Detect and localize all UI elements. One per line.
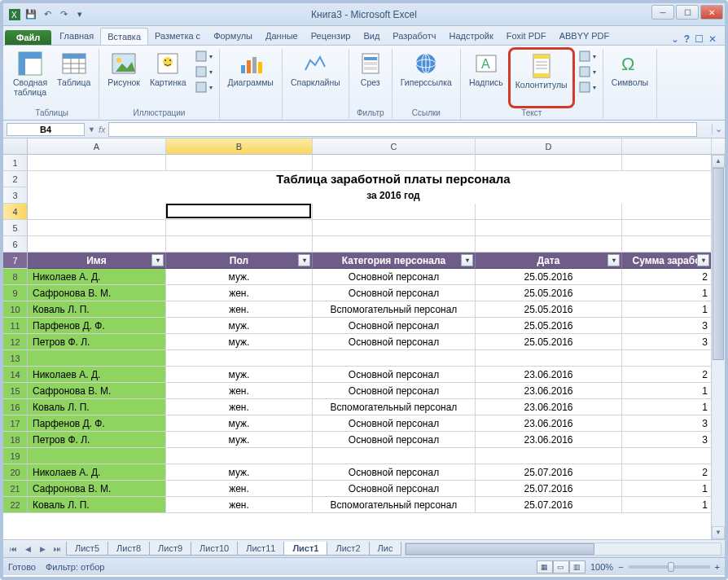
cell-sex[interactable]: муж. <box>166 415 313 432</box>
cells-area[interactable]: Таблица заработной платы персоналаза 201… <box>28 155 712 513</box>
cell-category[interactable]: Основной персонал <box>313 415 476 432</box>
normal-view-button[interactable]: ▦ <box>537 560 553 573</box>
zoom-slider[interactable] <box>629 565 710 569</box>
cell-date[interactable]: 23.06.2016 <box>476 367 622 383</box>
row-header[interactable]: 22 <box>3 497 28 513</box>
cell[interactable] <box>622 448 712 464</box>
row-header[interactable]: 2 <box>3 171 28 187</box>
cell-date[interactable]: 25.07.2016 <box>476 497 622 513</box>
zoom-slider-thumb[interactable] <box>668 562 674 572</box>
namebox-dropdown-icon[interactable]: ▼ <box>88 125 95 134</box>
sheet-tab-лист9[interactable]: Лист9 <box>149 542 191 556</box>
cell-category[interactable]: Основной персонал <box>313 464 476 481</box>
window-restore-icon[interactable]: ☐ <box>695 33 704 45</box>
cell[interactable] <box>476 204 622 220</box>
cell-category[interactable]: Основной персонал <box>313 318 476 334</box>
cell-category[interactable]: Вспомогательный персонал <box>313 497 476 513</box>
horizontal-scrollbar[interactable] <box>405 543 721 556</box>
ribbon-tab-формулы[interactable]: Формулы <box>207 28 259 45</box>
cell-sum[interactable]: 1 <box>622 481 712 497</box>
close-button[interactable]: ✕ <box>700 5 723 20</box>
cell[interactable] <box>313 220 476 236</box>
cell-sum[interactable]: 2 <box>622 464 712 481</box>
cell-date[interactable]: 25.05.2016 <box>476 334 622 350</box>
ribbon-tab-вставка[interactable]: Вставка <box>100 28 148 45</box>
cell-category[interactable]: Вспомогательный персонал <box>313 301 476 318</box>
cell-date[interactable]: 25.05.2016 <box>476 285 622 301</box>
cell-name[interactable]: Парфенов Д. Ф. <box>28 318 166 334</box>
cell-sum[interactable]: 3 <box>622 432 712 448</box>
cell[interactable] <box>622 204 712 220</box>
redo-icon[interactable]: ↷ <box>57 8 70 21</box>
sheet-tab-лист2[interactable]: Лист2 <box>327 542 369 556</box>
ribbon-small-wordart[interactable]: ▾ <box>577 49 598 64</box>
filter-dropdown-icon[interactable]: ▾ <box>607 254 620 266</box>
zoom-level[interactable]: 100% <box>590 562 613 572</box>
cell[interactable] <box>166 448 313 464</box>
cell[interactable] <box>476 350 622 367</box>
row-header[interactable]: 1 <box>3 155 28 171</box>
fx-icon[interactable]: fx <box>99 125 106 134</box>
cell[interactable] <box>166 236 313 253</box>
sheet-nav-button[interactable]: ◀ <box>21 543 34 556</box>
cell[interactable] <box>166 155 313 171</box>
ribbon-tab-надстройк[interactable]: Надстройк <box>443 28 500 45</box>
cell[interactable] <box>313 236 476 253</box>
row-header[interactable]: 19 <box>3 448 28 464</box>
cell[interactable] <box>313 204 476 220</box>
cell[interactable] <box>28 350 166 367</box>
cell-date[interactable]: 25.07.2016 <box>476 481 622 497</box>
row-header[interactable]: 6 <box>3 236 28 253</box>
cell-sex[interactable]: муж. <box>166 367 313 383</box>
cell-sum[interactable]: 3 <box>622 318 712 334</box>
cell-sum[interactable]: 1 <box>622 383 712 399</box>
cell-category[interactable]: Основной персонал <box>313 334 476 350</box>
cell-name[interactable]: Коваль Л. П. <box>28 399 166 415</box>
cell-date[interactable]: 23.06.2016 <box>476 432 622 448</box>
ribbon-small-smartart[interactable]: ▾ <box>193 64 214 79</box>
cell-category[interactable]: Основной персонал <box>313 367 476 383</box>
row-header[interactable]: 9 <box>3 285 28 301</box>
ribbon-button-clipart[interactable]: Картинка <box>147 49 190 107</box>
cell-category[interactable]: Вспомогательный персонал <box>313 399 476 415</box>
scroll-up-icon[interactable]: ▲ <box>712 155 725 168</box>
minimize-ribbon-icon[interactable]: ⌄ <box>671 33 679 45</box>
row-header[interactable]: 15 <box>3 383 28 399</box>
cell[interactable] <box>166 350 313 367</box>
ribbon-small-shapes[interactable]: ▾ <box>193 49 214 64</box>
cell[interactable] <box>166 204 313 220</box>
ribbon-button-table[interactable]: Таблица <box>54 49 94 107</box>
sheet-nav-button[interactable]: ⏭ <box>50 543 64 556</box>
cell-date[interactable]: 25.05.2016 <box>476 301 622 318</box>
cell-name[interactable]: Сафронова В. М. <box>28 285 166 301</box>
cell-category[interactable]: Основной персонал <box>313 481 476 497</box>
cell-sum[interactable]: 2 <box>622 367 712 383</box>
page-layout-view-button[interactable]: ▭ <box>553 560 569 573</box>
column-header-extra[interactable] <box>622 138 712 154</box>
ribbon-button-symbol[interactable]: ΩСимволы <box>608 49 651 116</box>
cell[interactable] <box>476 236 622 253</box>
row-header[interactable]: 7 <box>3 253 28 269</box>
cell-category[interactable]: Основной персонал <box>313 383 476 399</box>
cell-date[interactable]: 23.06.2016 <box>476 399 622 415</box>
row-header[interactable]: 5 <box>3 220 28 236</box>
row-header[interactable]: 17 <box>3 415 28 432</box>
ribbon-button-slicer[interactable]: Срез <box>354 49 387 107</box>
cell-category[interactable]: Основной персонал <box>313 432 476 448</box>
hscroll-thumb[interactable] <box>406 543 594 555</box>
cell-date[interactable]: 23.06.2016 <box>476 415 622 432</box>
sheet-nav-button[interactable]: ⏮ <box>7 543 20 556</box>
cell-date[interactable]: 25.05.2016 <box>476 318 622 334</box>
cell[interactable] <box>28 155 166 171</box>
filter-dropdown-icon[interactable]: ▾ <box>298 254 310 266</box>
cell[interactable] <box>28 171 166 187</box>
cell-sum[interactable]: 2 <box>622 269 712 285</box>
ribbon-button-picture[interactable]: Рисунок <box>104 49 143 107</box>
cell[interactable] <box>28 187 166 204</box>
cell-name[interactable]: Николаев А. Д. <box>28 367 166 383</box>
table-header-cell[interactable]: Категория персонала▾ <box>313 253 476 269</box>
zoom-out-button[interactable]: − <box>618 562 623 572</box>
ribbon-tab-разработч[interactable]: Разработч <box>386 28 442 45</box>
ribbon-tab-данные[interactable]: Данные <box>259 28 305 45</box>
row-header[interactable]: 16 <box>3 399 28 415</box>
